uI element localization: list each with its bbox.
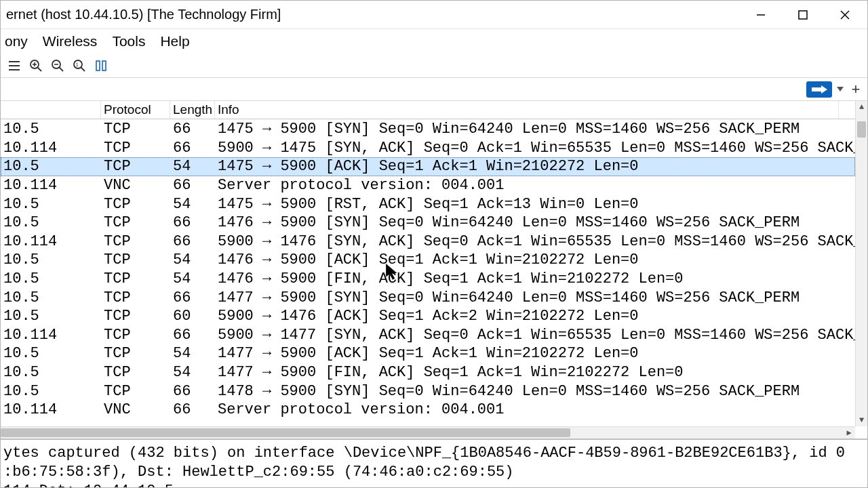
svg-text:1: 1: [76, 62, 79, 68]
menu-tools[interactable]: Tools: [112, 33, 145, 49]
maximize-button[interactable]: [790, 3, 816, 27]
scroll-right-icon[interactable]: ▶: [843, 427, 855, 439]
cell-dest: 10.5: [1, 364, 101, 381]
table-row[interactable]: 10.5TCP661477 → 5900 [SYN] Seq=0 Win=642…: [1, 288, 855, 307]
columns-icon: [94, 59, 108, 73]
svg-marker-20: [821, 85, 827, 94]
window-controls: [748, 3, 863, 27]
table-row[interactable]: 10.5TCP541475 → 5900 [ACK] Seq=1 Ack=1 W…: [1, 157, 855, 176]
detail-line: :b6:75:58:3f), Dst: HewlettP_c2:69:55 (7…: [3, 463, 865, 482]
menu-wireless[interactable]: Wireless: [43, 33, 98, 49]
cell-proto: TCP: [101, 196, 170, 213]
close-button[interactable]: [832, 3, 858, 27]
cell-info: 5900 → 1476 [SYN, ACK] Seq=0 Ack=1 Win=6…: [215, 233, 839, 250]
table-row[interactable]: 10.114TCP665900 → 1477 [SYN, ACK] Seq=0 …: [1, 326, 855, 345]
cell-proto: TCP: [101, 270, 170, 287]
table-header: Protocol Length Info: [1, 101, 867, 119]
col-header-length[interactable]: Length: [170, 101, 215, 119]
cell-proto: TCP: [101, 364, 170, 381]
cell-dest: 10.5: [1, 158, 101, 175]
list-button[interactable]: [5, 56, 24, 75]
cell-dest: 10.114: [1, 140, 101, 157]
hscroll-thumb[interactable]: [1, 428, 570, 437]
table-row[interactable]: 10.5TCP661476 → 5900 [SYN] Seq=0 Win=642…: [1, 214, 855, 232]
col-header-protocol[interactable]: Protocol: [101, 101, 170, 119]
cell-dest: 10.114: [1, 233, 101, 250]
table-row[interactable]: 10.5TCP661475 → 5900 [SYN] Seq=0 Win=642…: [1, 120, 855, 139]
table-row[interactable]: 10.5TCP661478 → 5900 [SYN] Seq=0 Win=642…: [1, 382, 855, 401]
cell-len: 66: [170, 121, 215, 138]
table-row[interactable]: 10.5TCP541475 → 5900 [RST, ACK] Seq=1 Ac…: [1, 195, 855, 214]
list-icon: [7, 60, 21, 72]
col-header-dest[interactable]: [1, 101, 101, 119]
filter-dropdown[interactable]: [835, 81, 846, 98]
cell-dest: 10.5: [1, 308, 101, 325]
cell-len: 66: [170, 140, 215, 157]
filter-add-button[interactable]: +: [848, 81, 863, 98]
table-row[interactable]: 10.114VNC66Server protocol version: 004.…: [1, 176, 855, 195]
cell-info: 1475 → 5900 [RST, ACK] Seq=1 Ack=13 Win=…: [215, 196, 839, 213]
chevron-down-icon: [837, 87, 844, 92]
table-row[interactable]: 10.5TCP541476 → 5900 [ACK] Seq=1 Ack=1 W…: [1, 251, 855, 270]
zoom-in-icon: [29, 59, 43, 73]
cell-info: 1477 → 5900 [FIN, ACK] Seq=1 Ack=1 Win=2…: [215, 364, 839, 381]
cell-info: Server protocol version: 004.001: [215, 401, 839, 418]
cell-info: 1477 → 5900 [ACK] Seq=1 Ack=1 Win=210227…: [215, 345, 839, 362]
svg-marker-21: [837, 87, 844, 92]
table-row[interactable]: 10.5TCP541477 → 5900 [ACK] Seq=1 Ack=1 W…: [1, 344, 855, 363]
zoom-fit-icon: 1: [73, 59, 86, 73]
packet-details-pane[interactable]: ytes captured (432 bits) on interface \D…: [1, 439, 867, 487]
svg-rect-17: [96, 61, 100, 70]
svg-line-15: [81, 67, 85, 71]
svg-rect-19: [812, 87, 821, 92]
cell-info: 1475 → 5900 [SYN] Seq=0 Win=64240 Len=0 …: [215, 121, 839, 138]
col-header-info[interactable]: Info: [215, 101, 839, 119]
scroll-up-icon[interactable]: ▲: [856, 101, 867, 113]
cell-len: 54: [170, 158, 215, 175]
cell-info: Server protocol version: 004.001: [215, 177, 839, 194]
close-icon: [840, 9, 850, 20]
arrow-right-icon: [810, 84, 829, 95]
filter-apply-button[interactable]: [806, 81, 832, 98]
zoom-in-button[interactable]: [26, 56, 45, 75]
zoom-fit-button[interactable]: 1: [70, 56, 89, 75]
cell-proto: TCP: [101, 140, 170, 157]
cell-info: 1475 → 5900 [ACK] Seq=1 Ack=1 Win=210227…: [215, 158, 839, 175]
cell-proto: TCP: [101, 383, 170, 400]
menu-telephony[interactable]: ony: [5, 33, 28, 49]
scroll-down-icon[interactable]: ▼: [856, 414, 867, 426]
cell-info: 1476 → 5900 [SYN] Seq=0 Win=64240 Len=0 …: [215, 214, 839, 231]
table-row[interactable]: 10.5TCP541476 → 5900 [FIN, ACK] Seq=1 Ac…: [1, 270, 855, 289]
cell-info: 1476 → 5900 [ACK] Seq=1 Ack=1 Win=210227…: [215, 251, 839, 268]
minimize-icon: [755, 9, 766, 20]
detail-line: 114 Dst: 10.44.10.5: [3, 482, 865, 487]
table-row[interactable]: 10.114VNC66Server protocol version: 004.…: [1, 401, 855, 420]
cell-info: 1478 → 5900 [SYN] Seq=0 Win=64240 Len=0 …: [215, 383, 839, 400]
zoom-out-button[interactable]: [48, 56, 67, 75]
table-row[interactable]: 10.114TCP665900 → 1475 [SYN, ACK] Seq=0 …: [1, 139, 855, 158]
cell-len: 60: [170, 308, 215, 325]
cell-len: 54: [170, 270, 215, 287]
menu-help[interactable]: Help: [160, 33, 189, 49]
cell-len: 54: [170, 251, 215, 268]
detail-line: ytes captured (432 bits) on interface \D…: [3, 444, 865, 463]
cell-len: 54: [170, 196, 215, 213]
cell-len: 54: [170, 345, 215, 362]
packet-list-pane: Protocol Length Info 10.5TCP661475 → 590…: [1, 101, 867, 487]
table-row[interactable]: 10.114TCP665900 → 1476 [SYN, ACK] Seq=0 …: [1, 232, 855, 251]
resize-columns-button[interactable]: [92, 56, 111, 75]
packet-table[interactable]: Protocol Length Info 10.5TCP661475 → 590…: [1, 101, 867, 439]
cell-dest: 10.114: [1, 177, 101, 194]
cell-info: 1476 → 5900 [FIN, ACK] Seq=1 Ack=1 Win=2…: [215, 270, 839, 287]
cell-info: 5900 → 1475 [SYN, ACK] Seq=0 Ack=1 Win=6…: [215, 140, 839, 157]
minimize-button[interactable]: [748, 3, 774, 27]
cell-proto: TCP: [101, 289, 170, 306]
table-row[interactable]: 10.5TCP605900 → 1476 [ACK] Seq=1 Ack=2 W…: [1, 307, 855, 326]
table-row[interactable]: 10.5TCP541477 → 5900 [FIN, ACK] Seq=1 Ac…: [1, 363, 855, 382]
cell-dest: 10.5: [1, 121, 101, 138]
horizontal-scrollbar[interactable]: ▶: [1, 426, 855, 439]
app-window: ernet (host 10.44.10.5) [The Technology …: [0, 0, 868, 488]
scroll-thumb[interactable]: [857, 121, 866, 138]
vertical-scrollbar[interactable]: ▲ ▼: [855, 101, 867, 426]
cell-proto: TCP: [101, 345, 170, 362]
